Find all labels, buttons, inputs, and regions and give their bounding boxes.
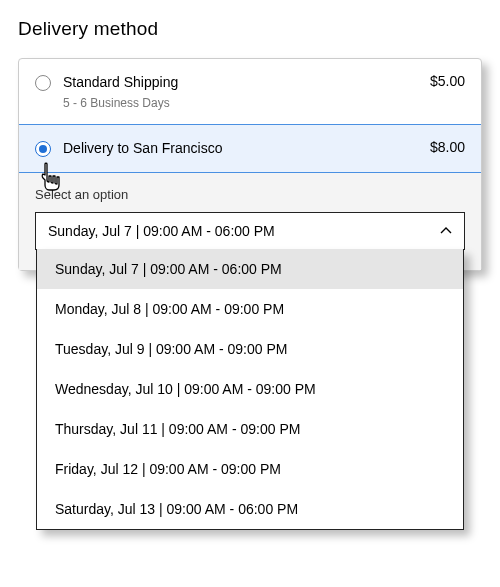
option-texts: Delivery to San Francisco <box>63 139 418 159</box>
option-local-delivery[interactable]: Delivery to San Francisco $8.00 <box>19 124 481 174</box>
dropdown-item[interactable]: Wednesday, Jul 10 | 09:00 AM - 09:00 PM <box>37 369 463 409</box>
radio-icon[interactable] <box>35 141 51 157</box>
option-subtitle: 5 - 6 Business Days <box>63 96 418 110</box>
option-title: Delivery to San Francisco <box>63 139 418 159</box>
time-slot-select[interactable]: Sunday, Jul 7 | 09:00 AM - 06:00 PM Sund… <box>35 212 465 250</box>
delivery-panel: Standard Shipping 5 - 6 Business Days $5… <box>18 58 482 271</box>
option-standard-shipping[interactable]: Standard Shipping 5 - 6 Business Days $5… <box>19 59 481 124</box>
time-slot-dropdown: Sunday, Jul 7 | 09:00 AM - 06:00 PM Mond… <box>36 249 464 530</box>
option-texts: Standard Shipping 5 - 6 Business Days <box>63 73 418 110</box>
chevron-up-icon <box>440 225 452 237</box>
dropdown-item[interactable]: Saturday, Jul 13 | 09:00 AM - 06:00 PM <box>37 489 463 529</box>
dropdown-item[interactable]: Tuesday, Jul 9 | 09:00 AM - 09:00 PM <box>37 329 463 369</box>
dropdown-item[interactable]: Friday, Jul 12 | 09:00 AM - 09:00 PM <box>37 449 463 489</box>
dropdown-item[interactable]: Thursday, Jul 11 | 09:00 AM - 09:00 PM <box>37 409 463 449</box>
option-price: $5.00 <box>430 73 465 89</box>
option-title: Standard Shipping <box>63 73 418 93</box>
dropdown-item[interactable]: Sunday, Jul 7 | 09:00 AM - 06:00 PM <box>37 249 463 289</box>
dropdown-item[interactable]: Monday, Jul 8 | 09:00 AM - 09:00 PM <box>37 289 463 329</box>
select-current-value: Sunday, Jul 7 | 09:00 AM - 06:00 PM <box>48 223 275 239</box>
select-label: Select an option <box>35 187 465 202</box>
time-slot-area: Select an option Sunday, Jul 7 | 09:00 A… <box>19 173 481 270</box>
radio-icon[interactable] <box>35 75 51 91</box>
option-price: $8.00 <box>430 139 465 155</box>
delivery-method-heading: Delivery method <box>18 18 482 40</box>
